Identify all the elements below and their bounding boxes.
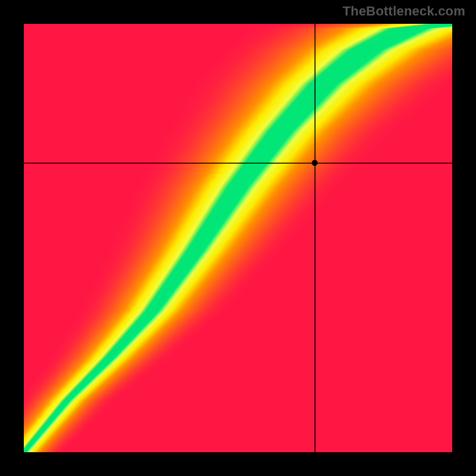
watermark-text: TheBottleneck.com — [343, 4, 465, 19]
chart-stage: TheBottleneck.com — [0, 0, 476, 476]
crosshair-overlay — [24, 24, 452, 452]
